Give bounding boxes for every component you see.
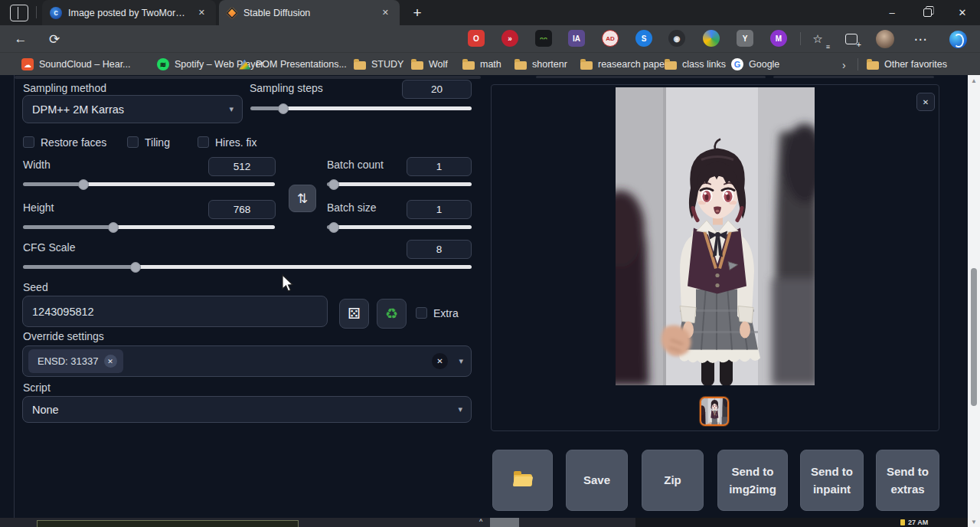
bookmark-folder-study[interactable]: STUDY <box>354 57 403 72</box>
tab-actions-icon[interactable] <box>10 5 28 21</box>
extra-seed-label: Extra <box>433 307 459 319</box>
bookmarks-bar: ☁SoundCloud – Hear... ≋Spotify – Web Pla… <box>0 52 980 75</box>
extension-icon-adblock[interactable]: AD <box>602 30 619 47</box>
favorites-menu-icon[interactable]: ☆ <box>808 29 828 49</box>
batch-size-input[interactable] <box>407 200 472 219</box>
generated-image[interactable] <box>616 87 815 385</box>
extension-icon-pin[interactable]: ◉ <box>668 30 685 47</box>
batch-count-input[interactable] <box>407 157 472 176</box>
swap-width-height-button[interactable]: ⇅ <box>289 185 316 212</box>
slider-handle[interactable] <box>278 103 289 114</box>
slider-handle[interactable] <box>328 179 339 190</box>
taskbar-clock: 27 AM <box>908 519 928 526</box>
seed-label: Seed <box>23 281 48 293</box>
slider-handle[interactable] <box>108 222 119 233</box>
sampling-steps-input[interactable] <box>402 80 472 99</box>
extension-icon-ia[interactable]: IA <box>568 30 585 47</box>
width-slider[interactable] <box>23 182 275 186</box>
extension-icon-globe[interactable] <box>703 30 720 47</box>
save-button[interactable]: Save <box>566 450 628 511</box>
refresh-button[interactable]: ⟳ <box>44 29 64 49</box>
close-window-button[interactable]: ✕ <box>945 0 980 25</box>
batch-count-slider[interactable] <box>327 182 472 186</box>
browser-tab-2[interactable]: Stable Diffusion ✕ <box>219 0 400 25</box>
bookmark-folder-shortenr[interactable]: shortenr <box>514 57 567 72</box>
profile-avatar[interactable] <box>875 29 895 49</box>
height-input[interactable] <box>208 200 276 219</box>
restore-button[interactable] <box>910 0 945 25</box>
folder-icon <box>411 61 423 70</box>
extension-icon-m[interactable]: M <box>770 30 787 47</box>
sampling-steps-slider[interactable] <box>250 106 472 110</box>
minimize-button[interactable]: – <box>874 0 910 25</box>
dice-icon: ⚄ <box>348 305 361 322</box>
scroll-up-icon[interactable]: ▲ <box>968 75 980 86</box>
cfg-scale-slider[interactable] <box>23 265 472 269</box>
slider-handle[interactable] <box>78 179 89 190</box>
slider-handle[interactable] <box>328 222 339 233</box>
bookmark-folder-math[interactable]: math <box>462 57 501 72</box>
tab2-close-icon[interactable]: ✕ <box>379 6 392 19</box>
random-seed-button[interactable]: ⚄ <box>339 299 369 329</box>
send-to-extras-button[interactable]: Send to extras <box>876 450 939 511</box>
more-menu-icon[interactable]: ⋯ <box>910 29 930 49</box>
bookmark-folder-research[interactable]: reasearch paper <box>580 57 668 72</box>
override-chip-ensd[interactable]: ENSD: 31337 ✕ <box>28 349 123 373</box>
send-to-inpaint-button[interactable]: Send to inpaint <box>800 450 864 511</box>
extension-icon-y[interactable]: Y <box>737 30 753 47</box>
bookmark-other-favorites[interactable]: Other favorites <box>867 57 947 72</box>
bookmarks-overflow-chevron[interactable]: › <box>842 59 846 71</box>
gallery-close-button[interactable]: ✕ <box>916 93 935 111</box>
seed-input[interactable] <box>22 296 328 327</box>
bookmark-folder-wolf[interactable]: Wolf <box>411 57 448 72</box>
bookmark-soundcloud[interactable]: ☁SoundCloud – Hear... <box>21 57 131 72</box>
send-to-img2img-button[interactable]: Send to img2img <box>717 450 788 511</box>
bookmarks-divider <box>858 58 858 70</box>
page-scrollbar[interactable]: ▲ ▼ <box>968 75 980 527</box>
sampling-method-dropdown[interactable]: DPM++ 2M Karras ▾ <box>22 95 243 123</box>
browser-tab-1[interactable]: c Image posted by TwoMoreTimes ✕ <box>42 0 216 25</box>
tiling-checkbox[interactable] <box>127 136 139 148</box>
gallery-thumbnail-selected[interactable] <box>700 397 729 426</box>
hires-fix-checkbox[interactable] <box>198 136 209 148</box>
script-dropdown[interactable]: None ▾ <box>22 396 472 423</box>
restore-icon <box>923 8 932 17</box>
sampling-method-value: DPM++ 2M Karras <box>32 103 124 116</box>
titlebar-divider <box>36 6 37 18</box>
bookmark-folder-classlinks[interactable]: class links <box>665 57 726 72</box>
zip-button[interactable]: Zip <box>642 450 704 511</box>
copilot-icon[interactable] <box>948 29 968 49</box>
chip-remove-icon[interactable]: ✕ <box>104 355 117 368</box>
height-slider[interactable] <box>23 225 275 229</box>
cfg-scale-input[interactable] <box>407 240 472 259</box>
override-settings-box[interactable]: ENSD: 31337 ✕ ✕ ▾ <box>22 345 472 377</box>
extension-icon-o[interactable]: O <box>468 30 485 47</box>
tab1-favicon: c <box>50 7 62 19</box>
width-input[interactable] <box>208 157 276 176</box>
folder-icon <box>514 61 527 70</box>
tab1-close-icon[interactable]: ✕ <box>195 6 208 19</box>
extension-icon-fastforward[interactable]: » <box>501 30 518 47</box>
bing-b-glyph <box>949 31 967 48</box>
clipped-row-above <box>15 76 481 79</box>
extra-seed-checkbox[interactable] <box>416 307 427 319</box>
override-settings-label: Override settings <box>23 330 104 342</box>
scrollbar-thumb[interactable] <box>971 268 977 406</box>
extension-icon-tampermonkey[interactable]: ᴖᴖ <box>535 30 552 47</box>
override-clear-all-icon[interactable]: ✕ <box>432 353 448 369</box>
back-button[interactable]: ← <box>11 29 31 49</box>
open-folder-button[interactable] <box>492 450 553 511</box>
scroll-down-icon[interactable]: ▼ <box>968 516 980 527</box>
bookmark-pom[interactable]: POM Presentations... <box>239 57 347 72</box>
bookmark-google[interactable]: GGoogle <box>731 57 779 72</box>
console-window-edge <box>37 520 299 527</box>
chevron-down-icon[interactable]: ▾ <box>459 356 463 366</box>
new-tab-button[interactable]: + <box>407 3 427 23</box>
batch-size-slider[interactable] <box>327 225 472 229</box>
collections-icon[interactable] <box>841 29 861 49</box>
restore-faces-checkbox[interactable] <box>23 136 34 148</box>
slider-handle[interactable] <box>130 262 141 273</box>
stable-diffusion-webui-page: Sampling method DPM++ 2M Karras ▾ Sampli… <box>0 75 980 527</box>
reuse-seed-button[interactable]: ♻ <box>377 299 407 329</box>
extension-icon-shazam[interactable]: S <box>635 30 652 47</box>
